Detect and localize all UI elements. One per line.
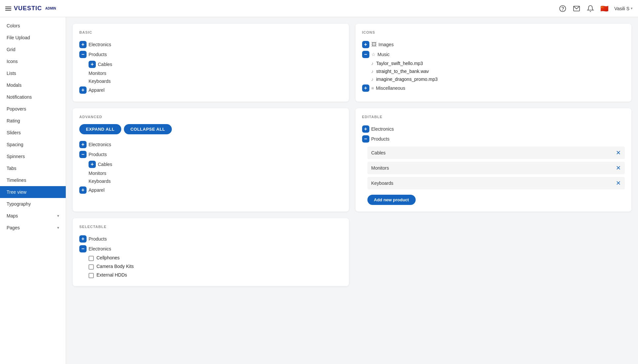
cards-row-1: BASIC + Electronics − Products + Cables — [73, 24, 631, 102]
editable-electronics-item[interactable]: + Electronics — [362, 124, 625, 134]
selectable-camera-item[interactable]: Camera Body Kits — [89, 262, 342, 271]
icons-images-item[interactable]: + 🖼 Images — [362, 40, 625, 50]
bell-icon[interactable] — [586, 5, 594, 13]
icons-music-item[interactable]: − ☆ Music — [362, 50, 625, 59]
music-note-icon-2: ♪ — [371, 69, 374, 74]
logo-admin: ADMIN — [45, 7, 56, 10]
collapse-all-button[interactable]: COLLAPSE ALL — [124, 124, 172, 134]
icons-file-2[interactable]: ♪ straight_to_the_bank.wav — [371, 67, 625, 75]
editable-monitors-item: Monitors ✕ — [367, 162, 625, 174]
sidebar-item-grid[interactable]: Grid — [0, 44, 66, 55]
advanced-apparel-toggle[interactable]: + — [79, 186, 87, 194]
help-icon[interactable] — [559, 5, 567, 13]
mail-icon[interactable] — [573, 5, 581, 13]
icons-file-1[interactable]: ♪ Taylor_swift_hello.mp3 — [371, 59, 625, 67]
sidebar-item-pages[interactable]: Pages ▾ — [0, 222, 66, 234]
selectable-products-item[interactable]: + Products — [79, 234, 342, 244]
selectable-cellphones-item[interactable]: Cellphones — [89, 254, 342, 262]
flag-icon[interactable]: 🇨🇳 — [600, 5, 608, 13]
sidebar-item-tabs[interactable]: Tabs — [0, 162, 66, 174]
basic-apparel-item[interactable]: + Apparel — [79, 85, 342, 95]
sidebar-item-sliders[interactable]: Sliders — [0, 127, 66, 139]
editable-monitors-close[interactable]: ✕ — [616, 164, 621, 172]
sidebar-item-file-upload[interactable]: File Upload — [0, 32, 66, 44]
sidebar-item-typography[interactable]: Typography — [0, 198, 66, 210]
editable-card: EDITABLE + Electronics − Products Cables… — [356, 108, 632, 212]
sidebar-item-colors[interactable]: Colors — [0, 20, 66, 32]
icons-music-label: Music — [378, 52, 390, 57]
basic-monitors-item[interactable]: Monitors — [89, 69, 342, 77]
advanced-electronics-toggle[interactable]: + — [79, 141, 87, 148]
selectable-hdd-label: External HDDs — [96, 272, 127, 278]
basic-cables-toggle[interactable]: + — [89, 61, 96, 68]
selectable-electronics-children: Cellphones Camera Body Kits External HDD… — [79, 254, 342, 280]
basic-cables-label: Cables — [98, 62, 112, 67]
editable-electronics-label: Electronics — [371, 126, 394, 132]
basic-keyboards-label: Keyboards — [89, 79, 111, 84]
sidebar-item-spinners[interactable]: Spinners — [0, 150, 66, 162]
advanced-cables-toggle[interactable]: + — [89, 161, 96, 168]
basic-products-item[interactable]: − Products — [79, 50, 342, 59]
expand-all-button[interactable]: EXPAND ALL — [79, 124, 121, 134]
user-menu[interactable]: Vasili S ▾ — [614, 6, 633, 11]
icons-music-toggle[interactable]: − — [362, 51, 369, 58]
advanced-card: ADVANCED EXPAND ALL COLLAPSE ALL + Elect… — [73, 108, 349, 212]
sidebar-item-maps[interactable]: Maps ▾ — [0, 210, 66, 222]
basic-keyboards-item[interactable]: Keyboards — [89, 77, 342, 85]
selectable-electronics-item[interactable]: − Electronics — [79, 244, 342, 254]
sidebar-item-lists[interactable]: Lists — [0, 67, 66, 79]
basic-electronics-item[interactable]: + Electronics — [79, 40, 342, 50]
selectable-electronics-toggle[interactable]: − — [79, 245, 87, 252]
sidebar-item-tree-view[interactable]: Tree view — [0, 186, 66, 198]
editable-monitors-label: Monitors — [371, 165, 616, 171]
basic-electronics-toggle[interactable]: + — [79, 41, 87, 48]
user-name: Vasili S — [614, 6, 629, 11]
basic-electronics-label: Electronics — [89, 42, 111, 47]
icons-misc-toggle[interactable]: + — [362, 84, 369, 92]
icons-music-children: ♪ Taylor_swift_hello.mp3 ♪ straight_to_t… — [362, 59, 625, 83]
advanced-keyboards-item[interactable]: Keyboards — [89, 177, 342, 185]
sidebar-item-timelines[interactable]: Timelines — [0, 174, 66, 186]
icons-images-toggle[interactable]: + — [362, 41, 369, 48]
basic-cables-item[interactable]: + Cables — [89, 59, 342, 69]
advanced-monitors-item[interactable]: Monitors — [89, 169, 342, 177]
advanced-electronics-item[interactable]: + Electronics — [79, 140, 342, 149]
advanced-btn-group: EXPAND ALL COLLAPSE ALL — [79, 124, 342, 134]
sidebar-item-rating[interactable]: Rating — [0, 115, 66, 127]
header: VUESTIC ADMIN 🇨🇳 Vasili S ▾ — [0, 0, 638, 17]
icons-misc-item[interactable]: + ≡ Miscellaneous — [362, 83, 625, 93]
editable-cables-item: Cables ✕ — [367, 147, 625, 159]
advanced-cables-item[interactable]: + Cables — [89, 159, 342, 169]
basic-products-label: Products — [89, 52, 107, 57]
cellphones-checkbox[interactable] — [89, 256, 94, 261]
camera-checkbox[interactable] — [89, 264, 94, 270]
sidebar-item-icons[interactable]: Icons — [0, 55, 66, 67]
editable-electronics-toggle[interactable]: + — [362, 125, 369, 133]
icons-file-3[interactable]: ♪ imagine_dragons_promo.mp3 — [371, 75, 625, 83]
add-new-product-button[interactable]: Add new product — [367, 195, 416, 205]
selectable-products-toggle[interactable]: + — [79, 235, 87, 243]
list-icon: ≡ — [371, 85, 374, 91]
advanced-keyboards-label: Keyboards — [89, 179, 111, 184]
basic-products-toggle[interactable]: − — [79, 51, 87, 58]
menu-icon[interactable] — [5, 7, 11, 11]
basic-apparel-toggle[interactable]: + — [79, 86, 87, 94]
header-logo: VUESTIC ADMIN — [5, 5, 56, 12]
sidebar-item-modals[interactable]: Modals — [0, 79, 66, 91]
sidebar-item-notifications[interactable]: Notifications — [0, 91, 66, 103]
selectable-cellphones-label: Cellphones — [96, 255, 120, 260]
advanced-products-item[interactable]: − Products — [79, 149, 342, 159]
editable-products-item[interactable]: − Products — [362, 134, 625, 144]
editable-products-toggle[interactable]: − — [362, 135, 369, 143]
advanced-apparel-item[interactable]: + Apparel — [79, 185, 342, 195]
editable-keyboards-close[interactable]: ✕ — [616, 180, 621, 187]
advanced-products-toggle[interactable]: − — [79, 151, 87, 158]
sidebar-item-spacing[interactable]: Spacing — [0, 139, 66, 150]
hdd-checkbox[interactable] — [89, 273, 94, 278]
editable-cables-close[interactable]: ✕ — [616, 149, 621, 156]
basic-section-title: BASIC — [79, 30, 342, 34]
empty-right-panel — [356, 218, 632, 286]
selectable-hdd-item[interactable]: External HDDs — [89, 271, 342, 280]
sidebar-item-popovers[interactable]: Popovers — [0, 103, 66, 115]
selectable-card: SELECTABLE + Products − Electronics Cell… — [73, 218, 349, 286]
